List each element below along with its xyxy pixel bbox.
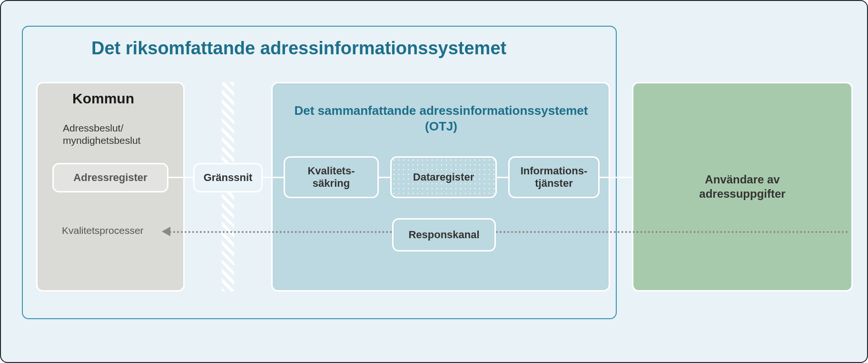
connector-dotted: [169, 231, 392, 233]
informationstjanster-label: Informations- tjänster: [521, 165, 588, 190]
diagram-canvas: Det riksomfattande adressinformationssys…: [0, 0, 868, 363]
connector: [168, 177, 193, 178]
anvandare-box: Användare av adressuppgifter: [632, 82, 853, 292]
kommun-subtitle: Adressbeslut/ myndighetsbeslut: [63, 122, 140, 147]
connector: [600, 177, 632, 178]
informationstjanster-node: Informations- tjänster: [508, 156, 600, 198]
connector-dotted: [496, 231, 848, 233]
kommun-subtitle-line1: Adressbeslut/: [63, 122, 123, 133]
kommun-subtitle-line2: myndighetsbeslut: [63, 135, 140, 146]
responskanal-node: Responskanal: [392, 218, 496, 252]
connector: [497, 177, 508, 178]
kvalitetsprocesser-label: Kvalitetsprocesser: [62, 225, 144, 236]
otj-title-line2: (OTJ): [425, 119, 457, 133]
otj-title: Det sammanfattande adressinformationssys…: [286, 103, 596, 134]
kvalitetssakring-label: Kvalitets- säkring: [307, 165, 355, 190]
anvandare-label: Användare av adressuppgifter: [699, 172, 785, 201]
dataregister-node: Dataregister: [390, 156, 497, 198]
granssnit-node: Gränssnit: [193, 163, 263, 192]
otj-title-line1: Det sammanfattande adressinformationssys…: [295, 103, 588, 118]
connector: [379, 177, 390, 178]
adressregister-node: Adressregister: [52, 163, 168, 192]
kommun-title: Kommun: [72, 91, 134, 107]
main-title: Det riksomfattande adressinformationssys…: [91, 38, 506, 59]
connector: [263, 177, 284, 178]
kvalitetssakring-node: Kvalitets- säkring: [284, 156, 379, 198]
